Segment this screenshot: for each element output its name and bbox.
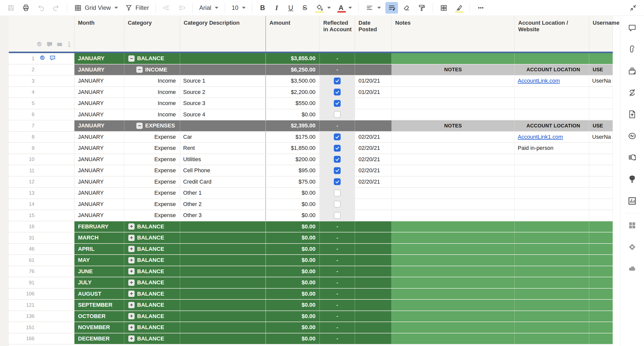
cell-account[interactable] [515,322,589,333]
cell-month[interactable]: JANUARY [74,64,124,75]
cell-username[interactable] [589,322,613,333]
account-link[interactable]: AccountLink1.com [518,134,563,140]
row-indicator-icons[interactable] [38,54,56,63]
cell-month[interactable]: JANUARY [74,199,124,210]
reflected-checkbox[interactable] [334,201,341,207]
reflected-checkbox[interactable] [334,133,341,140]
cell-notes[interactable] [392,87,515,98]
column-header-account[interactable]: Account Location / Website [515,16,589,52]
cell-notes[interactable] [392,333,515,344]
cell-reflected[interactable] [320,132,355,143]
cell-category[interactable]: +BALANCE [124,221,180,232]
cell-reflected[interactable] [320,98,355,109]
cell-date[interactable] [355,333,392,344]
cell-date[interactable] [355,255,392,266]
cell-account[interactable] [515,300,589,310]
print-button[interactable] [20,2,32,14]
cell-reflected[interactable]: - [320,300,355,310]
cell-account[interactable] [515,98,589,109]
cell-reflected[interactable]: - [320,120,355,131]
cloud-icon[interactable] [627,264,637,274]
row-number[interactable]: 76 [9,266,74,277]
cell-username[interactable] [589,53,613,64]
cell-reflected[interactable] [320,87,355,98]
column-header-category[interactable]: Category [124,16,180,52]
highlight-changes-button[interactable] [453,2,465,14]
cell-reflected[interactable] [320,188,355,198]
cell-username[interactable] [589,266,613,277]
row-number[interactable]: 6 [9,109,74,120]
cell-description[interactable] [180,311,266,322]
cell-account[interactable] [515,109,589,120]
reflected-checkbox[interactable] [334,89,341,95]
bold-button[interactable]: B [257,3,268,13]
collapse-toolbar-button[interactable] [627,2,639,14]
cell-date[interactable]: 02/20/21 [355,132,392,143]
cell-username[interactable] [589,154,613,165]
cell-reflected[interactable] [320,109,355,120]
cell-month[interactable]: MAY [74,255,124,266]
cell-category[interactable]: −INCOME [124,64,180,75]
cell-month[interactable]: JANUARY [74,87,124,98]
reflected-checkbox[interactable] [334,145,341,152]
cell-account[interactable] [515,87,589,98]
cell-category[interactable]: Income [124,109,180,120]
cell-date[interactable]: 01/20/21 [355,87,392,98]
cell-amount[interactable]: $3,500.00 [266,76,320,86]
cell-notes[interactable] [392,199,515,210]
cell-description[interactable]: Rent [180,143,266,154]
cell-username[interactable] [589,177,613,187]
cell-date[interactable] [355,53,392,64]
cell-account[interactable] [515,255,589,266]
cell-notes[interactable] [392,232,515,243]
cell-notes[interactable] [392,221,515,232]
cell-reflected[interactable] [320,199,355,210]
update-requests-icon[interactable] [627,88,637,98]
cell-date[interactable] [355,266,392,277]
cell-month[interactable]: JANUARY [74,53,124,64]
cell-notes[interactable] [392,300,515,310]
cell-description[interactable] [180,333,266,344]
cell-date[interactable] [355,322,392,333]
cell-date[interactable] [355,232,392,243]
cell-notes[interactable] [392,289,515,299]
cell-username[interactable] [589,109,613,120]
cell-date[interactable] [355,98,392,109]
column-header-reflected[interactable]: Reflected in Account [320,16,355,52]
cell-amount[interactable]: $0.00 [266,244,320,255]
underline-button[interactable]: U [285,3,297,13]
collapse-row-button[interactable]: − [136,123,143,129]
cell-description[interactable] [180,64,266,75]
format-painter-button[interactable] [416,2,428,14]
strikethrough-button[interactable]: S [299,3,311,13]
cell-category[interactable]: −BALANCE [124,53,180,64]
row-number[interactable]: 16 [9,221,74,232]
proofs-icon[interactable] [627,153,637,163]
cell-category[interactable]: +BALANCE [124,266,180,277]
cell-category[interactable]: +BALANCE [124,244,180,255]
cell-amount[interactable]: $0.00 [266,255,320,266]
expand-row-button[interactable]: + [128,291,135,297]
activity-log-icon[interactable] [627,131,637,141]
expand-row-button[interactable]: + [128,280,135,286]
cell-description[interactable]: Source 3 [180,98,266,109]
filter-button[interactable]: Filter [123,2,151,14]
column-header-date[interactable]: Date Posted [355,16,392,52]
cell-date[interactable] [355,199,392,210]
expand-row-button[interactable]: + [128,223,135,230]
align-button[interactable] [363,2,383,14]
cell-category[interactable]: +BALANCE [124,333,180,344]
cell-category[interactable]: Expense [124,143,180,154]
cell-username[interactable] [589,143,613,154]
cell-month[interactable]: DECEMBER [74,333,124,344]
cell-notes[interactable]: NOTES [392,120,515,131]
cell-date[interactable] [355,210,392,221]
cell-account[interactable] [515,199,589,210]
cell-notes[interactable] [392,165,515,176]
cell-category[interactable]: +BALANCE [124,289,180,299]
cell-account[interactable] [515,154,589,165]
row-number[interactable]: 121 [9,300,74,310]
cell-username[interactable]: USE [589,120,613,131]
row-number[interactable]: 4 [9,87,74,98]
cell-description[interactable] [180,232,266,243]
